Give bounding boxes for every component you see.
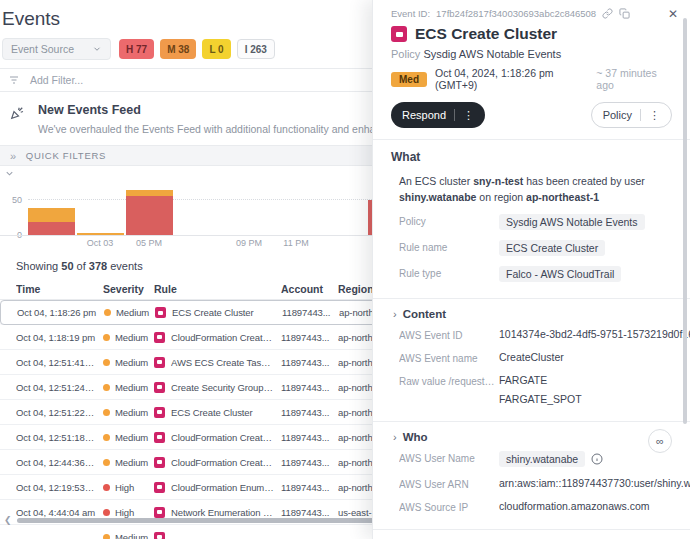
event-relative-time: ~ 37 minutes ago xyxy=(596,67,672,91)
field-value-line: FARGATE_SPOT xyxy=(499,393,582,405)
detail-sections: › Content ∞ AWS Event ID 1 xyxy=(391,298,672,539)
field-value-line: shiny.watanabe xyxy=(499,451,585,467)
chart-bar-segment-medium xyxy=(77,233,124,235)
event-title: ECS Create Cluster xyxy=(415,25,557,43)
collapse-chart-icon[interactable] xyxy=(4,168,15,179)
table-row[interactable]: Oct 04, 12:51:18 pm Medium CloudFormatio… xyxy=(0,425,420,450)
cell-account: 11897443... xyxy=(281,332,331,343)
policy-button-label: Policy xyxy=(603,109,632,121)
section-heading-row[interactable]: › Who xyxy=(391,422,672,446)
table-row[interactable]: Medium xyxy=(0,525,420,539)
more-options-icon[interactable]: ⋮ xyxy=(649,109,660,122)
field-value: FARGATEFARGATE_SPOT xyxy=(499,374,672,405)
cell-account: 11897443... xyxy=(281,457,331,468)
section-fields: AWS User Name shiny.watanabe xyxy=(391,446,672,518)
severity-count-badge[interactable]: L 0 xyxy=(202,39,230,59)
what-heading: What xyxy=(391,150,672,164)
copy-icon[interactable] xyxy=(619,8,630,19)
infinity-icon[interactable]: ∞ xyxy=(648,429,672,453)
severity-label: Medium xyxy=(115,382,148,393)
chart-bar[interactable] xyxy=(77,233,124,235)
chevron-right-icon[interactable]: › xyxy=(393,308,397,320)
cell-account: 11897443... xyxy=(281,407,331,418)
close-icon[interactable]: ✕ xyxy=(668,8,678,20)
cell-rule: ECS Create Cluster xyxy=(155,307,275,318)
respond-button[interactable]: Respond ⋮ xyxy=(391,102,485,128)
chevron-down-icon xyxy=(92,44,102,54)
field-value-lines: shiny.watanabe xyxy=(499,451,585,467)
field-value-line: 1014374e-3bd2-4df5-9751-1573219d0f16 xyxy=(499,328,690,340)
event-source-label: Event Source xyxy=(11,43,74,55)
more-options-icon[interactable]: ⋮ xyxy=(463,109,474,122)
cell-time: Oct 04, 12:19:53 pm xyxy=(16,482,96,493)
cell-severity: High xyxy=(103,482,147,493)
detail-field-row: AWS User ARN arn:aws:iam::118974437730:u… xyxy=(399,472,672,495)
table-row[interactable]: Oct 04, 12:51:24 pm Medium Create Securi… xyxy=(0,375,420,400)
detail-section: › Content ∞ AWS Event ID 1 xyxy=(391,299,672,410)
table-row[interactable]: Oct 04, 12:51:22 pm Medium ECS Create Cl… xyxy=(0,400,420,425)
severity-dot xyxy=(103,334,110,341)
results-summary-part: Showing xyxy=(16,260,61,272)
field-label: Rule name xyxy=(399,240,499,253)
column-header-rule[interactable]: Rule xyxy=(154,283,274,295)
field-label: AWS Event ID xyxy=(399,328,499,341)
severity-count-badge[interactable]: H 77 xyxy=(119,39,154,59)
severity-label: Medium xyxy=(115,432,148,443)
chart-bar[interactable] xyxy=(126,190,173,235)
table-row[interactable]: Oct 04, 1:18:19 pm Medium CloudFormation… xyxy=(0,325,420,350)
filter-icon xyxy=(8,74,20,86)
severity-label: High xyxy=(115,482,134,493)
event-title-row: ECS Create Cluster xyxy=(391,25,672,43)
table-row[interactable]: Oct 04, 12:19:53 pm High CloudFormation … xyxy=(0,475,420,500)
cell-severity: Medium xyxy=(103,457,147,468)
cell-rule: AWS ECS Create Task Definition xyxy=(154,357,274,368)
rule-name: CloudFormation Create Stack xyxy=(171,432,274,443)
table-row[interactable]: Oct 04, 1:18:26 pm Medium ECS Create Clu… xyxy=(0,300,420,325)
cell-account: 11897443... xyxy=(281,482,331,493)
policy-button[interactable]: Policy ⋮ xyxy=(591,102,672,128)
table-row[interactable]: Oct 04, 12:51:41 pm Medium AWS ECS Creat… xyxy=(0,350,420,375)
severity-summary-badges: H 77 M 38 L 0 I 263 xyxy=(119,39,275,59)
column-header-time[interactable]: Time xyxy=(16,283,96,295)
severity-count-badge[interactable]: I 263 xyxy=(237,39,275,59)
field-value: Sysdig AWS Notable Events xyxy=(499,214,672,230)
field-value-line: Sysdig AWS Notable Events xyxy=(499,214,645,230)
chart-bar[interactable] xyxy=(28,208,75,235)
vertical-scrollbar-thumb[interactable] xyxy=(683,18,687,424)
cell-severity: Medium xyxy=(103,332,147,343)
severity-label: Medium xyxy=(116,307,149,318)
severity-dot xyxy=(103,534,110,539)
field-value: CreateCluster xyxy=(499,351,672,363)
table-row[interactable]: Oct 04, 12:44:36 pm Medium CloudFormatio… xyxy=(0,450,420,475)
section-heading-row[interactable]: › Content xyxy=(391,299,672,323)
cell-account: 11897443... xyxy=(282,307,332,318)
rule-source-icon xyxy=(154,532,165,539)
scroll-left-arrow-icon[interactable]: ❮ xyxy=(4,516,12,525)
section-heading-row[interactable]: › Cloud xyxy=(391,530,672,539)
detail-field-row: Policy Sysdig AWS Notable Events xyxy=(399,209,672,235)
detail-field-row: Rule type Falco - AWS CloudTrail xyxy=(399,261,672,287)
quick-filters-label: QUICK FILTERS xyxy=(26,150,106,161)
event-source-select[interactable]: Event Source xyxy=(2,38,111,60)
column-header-severity[interactable]: Severity xyxy=(103,283,147,295)
detail-section: › Cloud ∞ AWS Account ID 1 xyxy=(391,530,672,539)
results-summary-part: of xyxy=(74,260,89,272)
rule-name: CloudFormation Create Stack xyxy=(171,457,274,468)
column-header-account[interactable]: Account xyxy=(281,283,331,295)
severity-label: Medium xyxy=(115,532,148,539)
severity-dot xyxy=(103,434,110,441)
rule-name: CloudFormation Create Stack xyxy=(171,332,274,343)
cell-time: Oct 04, 1:18:19 pm xyxy=(16,332,96,343)
chevron-right-icon[interactable]: › xyxy=(393,431,397,443)
severity-count-badge[interactable]: M 38 xyxy=(160,39,196,59)
section-divider xyxy=(373,139,690,140)
field-value-lines: CreateCluster xyxy=(499,351,564,363)
cell-rule: CloudFormation Create Stack xyxy=(154,332,274,343)
info-icon[interactable] xyxy=(591,453,603,465)
results-summary-part: 50 xyxy=(61,260,73,272)
cell-rule: CloudFormation Enumeration D... xyxy=(154,482,274,493)
field-value-line: FARGATE xyxy=(499,374,582,386)
field-value: arn:aws:iam::118974437730:user/shiny.wat… xyxy=(499,477,690,489)
section-heading: Content xyxy=(403,308,446,320)
link-icon[interactable] xyxy=(602,8,613,19)
